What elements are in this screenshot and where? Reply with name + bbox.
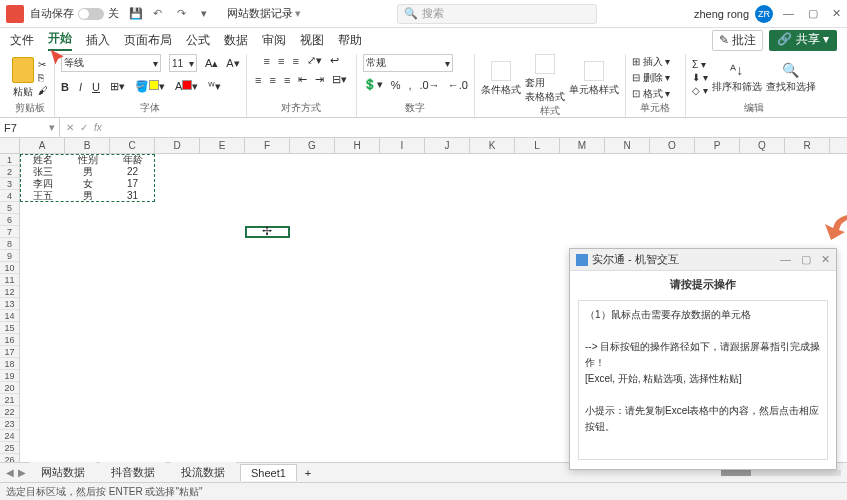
number-format-select[interactable]: 常规▾ bbox=[363, 54, 453, 72]
col-header[interactable]: O bbox=[650, 138, 695, 153]
cut-icon[interactable]: ✂ bbox=[38, 59, 48, 70]
autosum-button[interactable]: Σ ▾ bbox=[692, 59, 708, 70]
row-header[interactable]: 5 bbox=[0, 202, 19, 214]
add-sheet-button[interactable]: + bbox=[301, 467, 315, 479]
col-header[interactable]: C bbox=[110, 138, 155, 153]
cell[interactable]: 姓名 bbox=[20, 154, 65, 166]
tab-page-layout[interactable]: 页面布局 bbox=[124, 32, 172, 49]
font-size-select[interactable]: 11▾ bbox=[169, 54, 197, 72]
cell[interactable]: 17 bbox=[110, 178, 155, 190]
cell[interactable]: 张三 bbox=[20, 166, 65, 178]
minimize-icon[interactable]: — bbox=[780, 253, 791, 266]
tab-help[interactable]: 帮助 bbox=[338, 32, 362, 49]
align-left-icon[interactable]: ≡ bbox=[255, 74, 261, 86]
col-header[interactable]: M bbox=[560, 138, 605, 153]
row-header[interactable]: 21 bbox=[0, 394, 19, 406]
align-right-icon[interactable]: ≡ bbox=[284, 74, 290, 86]
col-header[interactable]: J bbox=[425, 138, 470, 153]
row-header[interactable]: 19 bbox=[0, 370, 19, 382]
col-header[interactable]: E bbox=[200, 138, 245, 153]
merge-icon[interactable]: ⊟▾ bbox=[332, 73, 347, 86]
row-header[interactable]: 16 bbox=[0, 334, 19, 346]
italic-button[interactable]: I bbox=[79, 81, 82, 93]
sheet-tab[interactable]: 网站数据 bbox=[30, 462, 96, 483]
row-header[interactable]: 17 bbox=[0, 346, 19, 358]
col-header[interactable]: R bbox=[785, 138, 830, 153]
col-header[interactable]: A bbox=[20, 138, 65, 153]
cell[interactable]: 性别 bbox=[65, 154, 110, 166]
phonetic-button[interactable]: ᵂ▾ bbox=[208, 80, 221, 93]
cancel-formula-icon[interactable]: ✕ bbox=[66, 122, 74, 133]
document-name[interactable]: 网站数据记录 bbox=[227, 6, 293, 21]
comma-icon[interactable]: , bbox=[408, 79, 411, 91]
fill-color-button[interactable]: 🪣▾ bbox=[135, 80, 165, 93]
align-bottom-icon[interactable]: ≡ bbox=[292, 55, 298, 67]
user-account[interactable]: zheng rong ZR bbox=[694, 5, 773, 23]
col-header[interactable]: H bbox=[335, 138, 380, 153]
horizontal-scrollbar[interactable] bbox=[721, 470, 841, 476]
tab-data[interactable]: 数据 bbox=[224, 32, 248, 49]
maximize-icon[interactable]: ▢ bbox=[808, 7, 818, 20]
minimize-icon[interactable]: — bbox=[783, 7, 794, 20]
clear-button[interactable]: ◇ ▾ bbox=[692, 85, 708, 96]
row-header[interactable]: 8 bbox=[0, 238, 19, 250]
dialog-titlebar[interactable]: 实尔通 - 机智交互 — ▢ ✕ bbox=[570, 249, 836, 271]
comments-button[interactable]: ✎ 批注 bbox=[712, 30, 763, 51]
col-header[interactable]: F bbox=[245, 138, 290, 153]
sheet-tab[interactable]: 抖音数据 bbox=[100, 462, 166, 483]
autosave-toggle[interactable]: 自动保存 关 bbox=[30, 6, 119, 21]
tab-view[interactable]: 视图 bbox=[300, 32, 324, 49]
indent-increase-icon[interactable]: ⇥ bbox=[315, 73, 324, 86]
name-box[interactable]: F7 ▾ bbox=[0, 118, 60, 137]
copy-icon[interactable]: ⎘ bbox=[38, 72, 48, 83]
tab-file[interactable]: 文件 bbox=[10, 32, 34, 49]
sheet-tab[interactable]: Sheet1 bbox=[240, 464, 297, 481]
increase-decimal-icon[interactable]: .0→ bbox=[420, 79, 440, 91]
maximize-icon[interactable]: ▢ bbox=[801, 253, 811, 266]
col-header[interactable]: D bbox=[155, 138, 200, 153]
row-header[interactable]: 10 bbox=[0, 262, 19, 274]
row-header[interactable]: 3 bbox=[0, 178, 19, 190]
format-cells-button[interactable]: ⊡ 格式 ▾ bbox=[632, 87, 671, 101]
tab-formulas[interactable]: 公式 bbox=[186, 32, 210, 49]
align-middle-icon[interactable]: ≡ bbox=[278, 55, 284, 67]
cell[interactable]: 年龄 bbox=[110, 154, 155, 166]
tab-home[interactable]: 开始 bbox=[48, 30, 72, 51]
find-select-button[interactable]: 🔍查找和选择 bbox=[766, 62, 816, 94]
share-button[interactable]: 🔗 共享 ▾ bbox=[769, 30, 837, 51]
close-icon[interactable]: ✕ bbox=[821, 253, 830, 266]
row-header[interactable]: 25 bbox=[0, 442, 19, 454]
sheet-nav-prev-icon[interactable]: ◀ bbox=[6, 467, 14, 478]
paste-button[interactable]: 粘贴 bbox=[12, 57, 34, 99]
col-header[interactable]: N bbox=[605, 138, 650, 153]
tab-insert[interactable]: 插入 bbox=[86, 32, 110, 49]
row-header[interactable]: 13 bbox=[0, 298, 19, 310]
row-header[interactable]: 15 bbox=[0, 322, 19, 334]
bold-button[interactable]: B bbox=[61, 81, 69, 93]
currency-icon[interactable]: 💲▾ bbox=[363, 78, 383, 91]
col-header[interactable]: G bbox=[290, 138, 335, 153]
fx-icon[interactable]: fx bbox=[94, 122, 102, 133]
decrease-font-icon[interactable]: A▾ bbox=[226, 57, 239, 70]
sheet-tab[interactable]: 投流数据 bbox=[170, 462, 236, 483]
cell[interactable]: 李四 bbox=[20, 178, 65, 190]
increase-font-icon[interactable]: A▴ bbox=[205, 57, 218, 70]
indent-decrease-icon[interactable]: ⇤ bbox=[298, 73, 307, 86]
format-painter-icon[interactable]: 🖌 bbox=[38, 85, 48, 96]
row-header[interactable]: 6 bbox=[0, 214, 19, 226]
row-header[interactable]: 14 bbox=[0, 310, 19, 322]
row-header[interactable]: 9 bbox=[0, 250, 19, 262]
col-header[interactable]: B bbox=[65, 138, 110, 153]
redo-icon[interactable]: ↷ bbox=[177, 7, 191, 21]
sheet-nav-next-icon[interactable]: ▶ bbox=[18, 467, 26, 478]
row-header[interactable]: 2 bbox=[0, 166, 19, 178]
decrease-decimal-icon[interactable]: ←.0 bbox=[448, 79, 468, 91]
cell[interactable]: 男 bbox=[65, 166, 110, 178]
row-header[interactable]: 7 bbox=[0, 226, 19, 238]
row-header[interactable]: 24 bbox=[0, 430, 19, 442]
underline-button[interactable]: U bbox=[92, 81, 100, 93]
select-all-corner[interactable] bbox=[0, 138, 20, 153]
cell[interactable]: 31 bbox=[110, 190, 155, 202]
cell-style-button[interactable]: 单元格样式 bbox=[569, 61, 619, 97]
align-center-icon[interactable]: ≡ bbox=[269, 74, 275, 86]
